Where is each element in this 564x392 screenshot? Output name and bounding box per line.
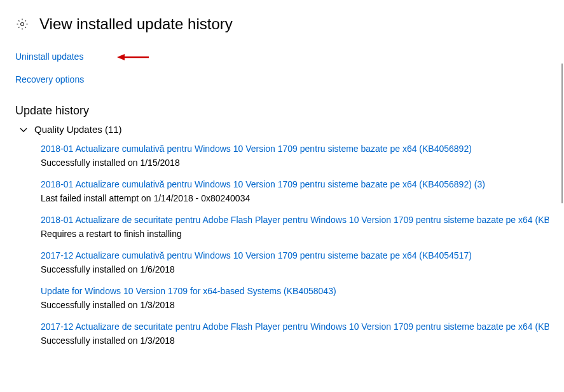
update-title-link[interactable]: 2018-01 Actualizare de securitate pentru… [41,215,549,225]
recovery-link-row: Recovery options [15,74,549,85]
update-item: Update for Windows 10 Version 1709 for x… [41,286,549,310]
arrow-annotation-icon [117,52,149,65]
update-status: Successfully installed on 1/15/2018 [41,158,549,168]
update-item: 2017-12 Actualizare cumulativă pentru Wi… [41,250,549,274]
update-status: Successfully installed on 1/3/2018 [41,300,549,310]
update-history-title: Update history [15,104,549,118]
update-item: 2017-12 Actualizare de securitate pentru… [41,321,549,346]
update-status: Successfully installed on 1/3/2018 [41,335,549,346]
update-status: Requires a restart to finish installing [41,229,549,239]
update-status: Last failed install attempt on 1/14/2018… [41,193,549,203]
update-title-link[interactable]: 2018-01 Actualizare cumulativă pentru Wi… [41,144,549,154]
uninstall-link-row: Uninstall updates [15,51,549,62]
update-title-link[interactable]: Update for Windows 10 Version 1709 for x… [41,286,549,296]
update-title-link[interactable]: 2017-12 Actualizare de securitate pentru… [41,321,549,332]
svg-point-0 [21,23,24,26]
update-item: 2018-01 Actualizare cumulativă pentru Wi… [41,179,549,203]
quality-updates-expander[interactable]: Quality Updates (11) [19,124,549,135]
updates-list: 2018-01 Actualizare cumulativă pentru Wi… [41,144,549,346]
scrollbar[interactable] [561,64,563,203]
update-item: 2018-01 Actualizare cumulativă pentru Wi… [41,144,549,168]
update-title-link[interactable]: 2017-12 Actualizare cumulativă pentru Wi… [41,250,549,260]
svg-marker-2 [117,54,125,60]
recovery-options-link[interactable]: Recovery options [15,74,84,84]
quality-updates-label: Quality Updates (11) [34,124,122,135]
chevron-down-icon [19,125,28,134]
update-title-link[interactable]: 2018-01 Actualizare cumulativă pentru Wi… [41,179,549,189]
uninstall-updates-link[interactable]: Uninstall updates [15,51,83,62]
page-header: View installed update history [15,15,549,33]
gear-icon [15,17,29,31]
update-status: Successfully installed on 1/6/2018 [41,264,549,274]
page-title: View installed update history [39,15,233,33]
update-item: 2018-01 Actualizare de securitate pentru… [41,215,549,239]
